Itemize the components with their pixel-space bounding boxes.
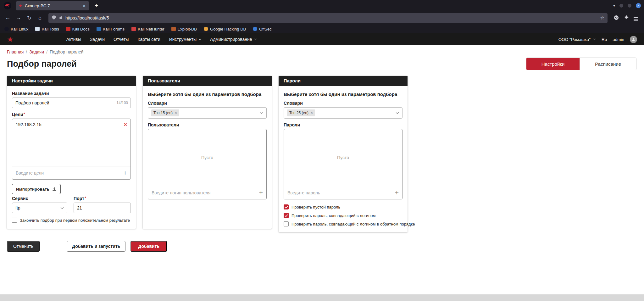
tab-favicon-star-icon: ★: [19, 3, 22, 8]
home-icon[interactable]: ⌂: [35, 13, 45, 23]
service-select[interactable]: ftp: [12, 203, 67, 213]
add-password-icon[interactable]: +: [395, 189, 399, 196]
tab-close-icon[interactable]: ×: [82, 3, 86, 8]
add-target-input[interactable]: [16, 170, 121, 176]
add-and-run-button[interactable]: Добавить и запустить: [67, 241, 125, 252]
bookmark-label: Kali NetHunter: [138, 27, 164, 31]
add-user-input[interactable]: [152, 190, 257, 195]
breadcrumb-separator: /: [26, 49, 27, 54]
nav-item-administration[interactable]: Администрирование: [210, 37, 257, 42]
bookmark-label: Google Hacking DB: [210, 27, 246, 31]
card-header: Настройки задачи: [7, 76, 136, 86]
url-bar[interactable]: https://localhost/task/5 ☆: [48, 13, 608, 23]
import-button[interactable]: Импортировать: [12, 184, 61, 194]
bookmark-kali-linux[interactable]: Kali Linux: [4, 27, 28, 31]
chevron-down-icon: [254, 38, 257, 40]
bookmark-star-icon[interactable]: ☆: [600, 15, 604, 21]
breadcrumb-tasks[interactable]: Задачи: [29, 49, 44, 54]
bookmark-kali-tools[interactable]: Kali Tools: [35, 27, 59, 31]
browser-tab[interactable]: ★ Сканер-ВС 7 ×: [16, 1, 89, 10]
bookmark-label: OffSec: [259, 27, 272, 31]
nav-item-reports[interactable]: Отчеты: [114, 37, 129, 42]
extensions-puzzle-icon[interactable]: [624, 15, 629, 21]
window-close-button[interactable]: ×: [636, 3, 641, 8]
chip-close-icon[interactable]: ×: [311, 111, 313, 115]
kali-nethunter-favicon: [131, 27, 136, 31]
user-name[interactable]: admin: [613, 37, 624, 42]
window-minimize-button[interactable]: [619, 4, 623, 8]
nav-item-tasks[interactable]: Задачи: [90, 37, 105, 42]
cancel-button[interactable]: Отменить: [7, 241, 40, 252]
tracking-protection-shield-icon[interactable]: [52, 15, 56, 21]
nav-item-network-maps[interactable]: Карты сети: [137, 37, 160, 42]
kali-docs-favicon: [66, 27, 70, 31]
add-button[interactable]: Добавить: [130, 241, 167, 252]
bookmark-kali-docs[interactable]: Kali Docs: [66, 27, 90, 31]
forward-icon[interactable]: →: [14, 13, 23, 23]
bookmark-label: Kali Tools: [42, 27, 59, 31]
passwords-card: Пароли Выберите хотя бы один из параметр…: [279, 76, 408, 232]
back-icon[interactable]: ←: [3, 13, 13, 23]
app-logo-star-icon[interactable]: ★: [7, 36, 14, 43]
password-equals-login-checkbox[interactable]: [284, 213, 289, 218]
dictionary-chip-label: Топ 15 (en): [153, 111, 173, 115]
url-text: https://localhost/task/5: [65, 15, 598, 20]
users-box: Пусто +: [148, 129, 267, 199]
bookmark-google-hacking-db[interactable]: Google Hacking DB: [204, 27, 246, 31]
new-tab-button[interactable]: +: [92, 2, 100, 9]
organization-select[interactable]: ООО "Ромашка": [558, 37, 596, 42]
list-all-tabs-icon[interactable]: ▾: [613, 3, 615, 8]
nav-label: Администрирование: [210, 37, 252, 42]
check-empty-password-label: Проверить пустой пароль: [291, 205, 340, 209]
nav-item-assets[interactable]: Активы: [66, 37, 81, 42]
reload-icon[interactable]: ↻: [25, 13, 34, 23]
add-target-icon[interactable]: +: [123, 170, 127, 176]
nav-item-tools[interactable]: Инструменты: [169, 37, 201, 42]
chip-close-icon[interactable]: ×: [175, 111, 177, 115]
user-avatar[interactable]: [630, 36, 637, 43]
kali-forums-favicon: [97, 27, 101, 31]
stop-on-first-result-label: Закончить подбор при первом положительно…: [20, 218, 130, 223]
bookmark-label: Exploit-DB: [178, 27, 197, 31]
remove-target-icon[interactable]: ×: [124, 122, 127, 127]
bookmark-kali-forums[interactable]: Kali Forums: [97, 27, 125, 31]
kali-tools-favicon: [35, 27, 40, 31]
language-switcher[interactable]: Ru: [602, 37, 607, 42]
add-target-row: +: [12, 166, 130, 179]
import-label: Импортировать: [16, 187, 49, 192]
menu-hamburger-icon[interactable]: [634, 15, 638, 20]
browser-nav-bar: ← → ↻ ⌂ https://localhost/task/5 ☆: [0, 11, 644, 25]
dictionary-chip: Топ 15 (en) ×: [151, 109, 179, 116]
kali-logo-icon[interactable]: [3, 1, 12, 10]
window-maximize-button[interactable]: [628, 4, 631, 8]
bookmark-offsec[interactable]: OffSec: [253, 27, 272, 31]
lock-icon[interactable]: [59, 15, 63, 20]
users-dictionaries-select[interactable]: Топ 15 (en) ×: [148, 107, 267, 119]
breadcrumb-home[interactable]: Главная: [7, 49, 24, 54]
tab-schedule[interactable]: Расписание: [580, 58, 636, 70]
app-header: ★ Активы Задачи Отчеты Карты сети Инстру…: [0, 33, 644, 45]
add-password-input[interactable]: [287, 190, 392, 195]
required-marker: *: [85, 196, 86, 200]
task-name-input[interactable]: [12, 98, 131, 108]
bookmark-kali-nethunter[interactable]: Kali NetHunter: [131, 27, 164, 31]
password-reversed-login-label: Проверить пароль, совпадающий с логином …: [291, 222, 415, 226]
pocket-icon[interactable]: [614, 15, 619, 21]
passwords-dictionaries-select[interactable]: Топ 25 (en) ×: [284, 107, 402, 119]
browser-tab-bar: ★ Сканер-ВС 7 × + ▾ ×: [0, 0, 644, 11]
view-toggle: Настройки Расписание: [526, 58, 636, 70]
tab-settings[interactable]: Настройки: [526, 58, 580, 70]
person-icon: [631, 37, 636, 42]
chevron-down-icon: [198, 38, 201, 40]
add-user-row: +: [148, 186, 266, 199]
port-input[interactable]: [74, 203, 131, 213]
check-empty-password-checkbox[interactable]: [284, 204, 289, 209]
bookmark-exploit-db[interactable]: Exploit-DB: [171, 27, 197, 31]
add-user-icon[interactable]: +: [259, 189, 263, 196]
chevron-down-icon: [593, 38, 596, 40]
bottom-bar: [0, 294, 644, 301]
dictionary-chip: Топ 25 (en) ×: [287, 109, 315, 116]
service-value: ftp: [15, 205, 20, 210]
stop-on-first-result-checkbox[interactable]: [12, 218, 17, 223]
password-reversed-login-checkbox[interactable]: [284, 221, 289, 226]
